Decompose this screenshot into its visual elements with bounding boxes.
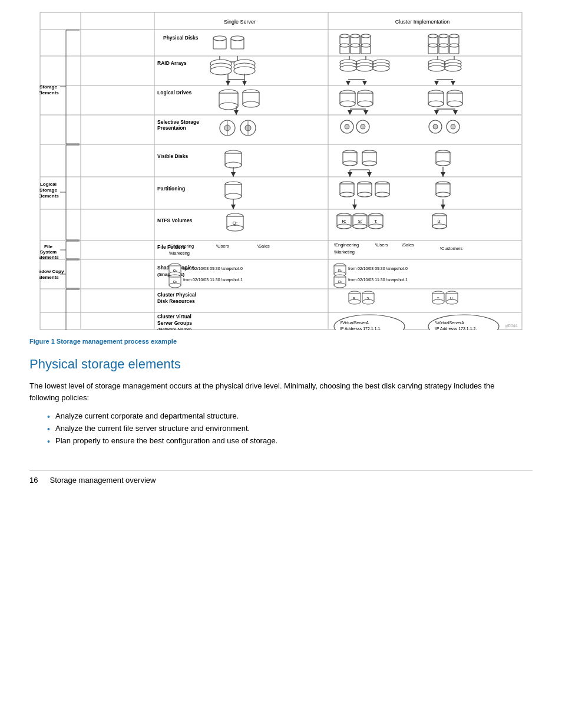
svg-point-162: [225, 193, 242, 199]
svg-text:Elements: Elements: [39, 193, 59, 199]
svg-text:from 02/10/03 11:30 \snapshot.: from 02/10/03 11:30 \snapshot.1: [183, 278, 243, 282]
svg-text:Q:: Q:: [173, 280, 177, 284]
svg-text:\Customers: \Customers: [440, 246, 463, 251]
svg-point-69: [428, 65, 445, 71]
figure-caption: Figure 1 Storage management process exam…: [29, 338, 533, 345]
svg-text:\\VirtualServerA: \\VirtualServerA: [340, 321, 369, 325]
diagram-svg-container: Single Server Cluster Implementation Phy…: [39, 12, 523, 332]
svg-point-122: [345, 124, 349, 129]
svg-point-142: [343, 161, 357, 166]
svg-point-100: [428, 101, 444, 107]
svg-point-60: [340, 65, 356, 71]
svg-point-97: [358, 101, 373, 107]
svg-point-17: [351, 34, 360, 38]
diagram-wrapper: Single Server Cluster Implementation Phy…: [29, 12, 533, 332]
svg-text:\Users: \Users: [375, 242, 388, 248]
svg-point-94: [340, 101, 355, 107]
svg-point-168: [358, 192, 372, 197]
bullet-list: Analyze current corporate and department…: [47, 410, 533, 447]
svg-point-126: [433, 124, 438, 129]
svg-text:RAID Arrays: RAID Arrays: [157, 60, 187, 66]
svg-point-91: [243, 101, 259, 107]
svg-text:Disk Resources: Disk Resources: [157, 298, 195, 304]
svg-point-72: [445, 65, 461, 71]
svg-point-13: [231, 36, 244, 41]
svg-point-274: [446, 299, 458, 304]
svg-text:Visible Disks: Visible Disks: [157, 153, 189, 159]
svg-point-270: [432, 299, 444, 304]
svg-text:Server Groups: Server Groups: [157, 320, 192, 326]
svg-text:Elements: Elements: [39, 275, 59, 280]
svg-text:S:: S:: [366, 297, 370, 300]
svg-point-165: [340, 192, 354, 197]
svg-point-88: [219, 103, 238, 110]
svg-point-148: [436, 161, 450, 166]
svg-point-171: [375, 192, 389, 197]
svg-text:from 02/10/03 09:30 \snapshot.: from 02/10/03 09:30 \snapshot.0: [183, 266, 243, 271]
svg-point-11: [213, 36, 226, 41]
svg-text:IP Addresss 172.1.1.2.: IP Addresss 172.1.1.2.: [435, 327, 477, 330]
svg-text:from 02/10/03 11:30 \snapshot.: from 02/10/03 11:30 \snapshot.1: [348, 278, 408, 282]
svg-text:Cluster Implementation: Cluster Implementation: [395, 19, 450, 25]
svg-text:Single Server: Single Server: [224, 19, 256, 25]
svg-point-25: [361, 44, 371, 47]
svg-text:NTFS Volumes: NTFS Volumes: [157, 218, 193, 223]
svg-text:R:: R:: [342, 219, 346, 223]
svg-point-248: [334, 283, 346, 288]
svg-point-31: [449, 34, 459, 38]
svg-point-35: [439, 44, 448, 47]
list-item: Plan properly to ensure the best configu…: [47, 435, 533, 447]
svg-text:S:: S:: [358, 219, 362, 223]
svg-point-37: [449, 44, 459, 47]
page-footer: 16 Storage management overview: [29, 470, 533, 485]
svg-point-29: [439, 34, 448, 38]
svg-text:System: System: [40, 249, 57, 255]
svg-text:gf0044: gf0044: [505, 324, 518, 328]
svg-text:Partitioning: Partitioning: [157, 186, 185, 192]
svg-text:File: File: [44, 244, 52, 249]
svg-text:U:: U:: [438, 219, 442, 223]
svg-point-23: [351, 44, 360, 47]
svg-point-238: [169, 283, 181, 288]
svg-text:Q:: Q:: [173, 269, 177, 272]
svg-point-193: [353, 224, 367, 229]
svg-text:T:: T:: [374, 219, 378, 223]
svg-point-54: [210, 67, 232, 75]
svg-point-174: [436, 192, 450, 197]
svg-text:(Network Name): (Network Name): [157, 327, 192, 330]
svg-point-189: [337, 224, 351, 229]
svg-text:\Engineering: \Engineering: [334, 242, 359, 248]
svg-text:R:: R:: [353, 297, 356, 300]
svg-text:Presentaion: Presentaion: [157, 125, 186, 131]
svg-text:\Sales: \Sales: [257, 243, 270, 249]
svg-text:\Sales: \Sales: [402, 242, 414, 248]
svg-text:Storage: Storage: [39, 84, 57, 90]
section-heading: Physical storage elements: [29, 357, 533, 372]
svg-point-124: [361, 124, 365, 129]
svg-point-128: [451, 124, 455, 129]
svg-text:Cluster Physical: Cluster Physical: [157, 292, 196, 298]
svg-text:\\VirtualServerA: \\VirtualServerA: [435, 321, 464, 325]
svg-point-201: [432, 224, 447, 229]
svg-point-21: [340, 44, 349, 47]
svg-point-266: [362, 299, 374, 304]
svg-text:Elements: Elements: [39, 90, 59, 95]
svg-text:Physical Disks: Physical Disks: [163, 35, 199, 41]
svg-text:Storage: Storage: [39, 187, 57, 193]
svg-text:Elements: Elements: [39, 255, 59, 260]
svg-text:R:: R:: [338, 280, 342, 284]
footer-text: Storage management overview: [49, 476, 156, 485]
svg-point-19: [361, 34, 371, 38]
list-item: Analyze current corporate and department…: [47, 410, 533, 423]
svg-text:\Marketing: \Marketing: [169, 251, 190, 256]
svg-text:T:: T:: [437, 297, 440, 300]
svg-point-185: [227, 225, 243, 231]
svg-text:\Users: \Users: [216, 243, 229, 249]
svg-point-66: [373, 65, 389, 71]
svg-point-27: [428, 34, 438, 38]
svg-text:Selective Storage: Selective Storage: [157, 119, 199, 125]
svg-point-63: [356, 65, 373, 71]
svg-point-15: [340, 34, 349, 38]
svg-point-145: [362, 161, 376, 166]
svg-text:Q:: Q:: [233, 220, 237, 226]
